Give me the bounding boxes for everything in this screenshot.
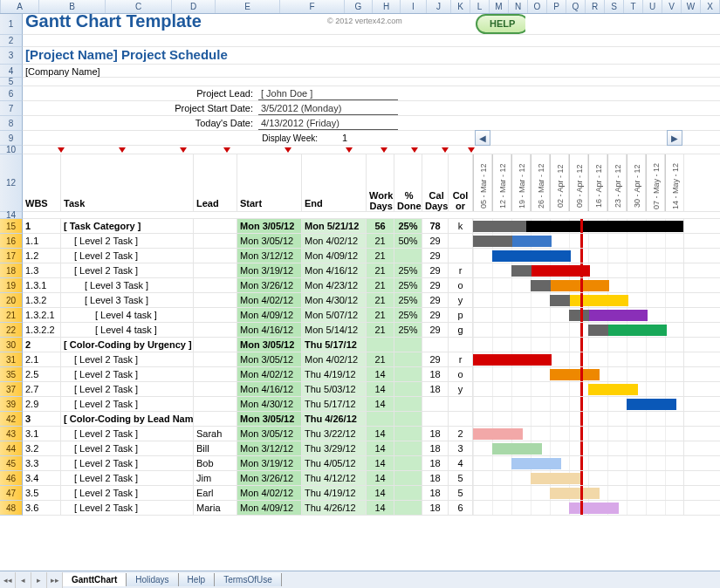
row-header[interactable]: 48 xyxy=(0,501,23,516)
row-header[interactable]: 47 xyxy=(0,486,23,501)
cell-caldays[interactable]: 18 xyxy=(422,427,449,441)
cell-caldays[interactable]: 18 xyxy=(422,441,449,455)
row-header[interactable]: 42 xyxy=(0,412,23,427)
gantt-bar[interactable] xyxy=(473,428,523,440)
cell-start[interactable]: Mon 3/05/12 xyxy=(237,219,302,233)
comment-marker-icon[interactable] xyxy=(285,147,291,153)
cell-workdays[interactable]: 14 xyxy=(367,501,394,515)
comment-marker-icon[interactable] xyxy=(411,147,418,153)
cell-start[interactable]: Mon 3/05/12 xyxy=(237,427,302,441)
gantt-bar[interactable] xyxy=(550,369,600,380)
cell-end[interactable]: Thu 5/03/12 xyxy=(302,382,367,396)
cell-pctdone[interactable] xyxy=(394,471,422,485)
cell-end[interactable]: Mon 5/07/12 xyxy=(302,308,367,322)
gantt-bar[interactable] xyxy=(492,443,542,455)
cell-wbs[interactable]: 2.9 xyxy=(23,397,61,411)
cell-lead[interactable]: Earl xyxy=(194,486,237,500)
cell-caldays[interactable]: 18 xyxy=(422,501,449,515)
row-header[interactable]: 20 xyxy=(0,293,23,308)
col-header-workdays[interactable]: Work Days xyxy=(367,154,394,211)
cell-wbs[interactable]: 3.4 xyxy=(23,471,61,485)
cell-wbs[interactable]: 3.6 xyxy=(23,501,61,515)
gantt-bar[interactable] xyxy=(473,236,552,247)
cell-workdays[interactable]: 14 xyxy=(367,427,394,441)
cell-caldays[interactable]: 29 xyxy=(422,278,449,292)
gantt-next-week-button[interactable]: ▶ xyxy=(667,130,682,146)
cell-caldays[interactable] xyxy=(422,397,449,411)
column-header-Q[interactable]: Q xyxy=(566,0,586,13)
cell-lead[interactable] xyxy=(194,308,237,322)
cell-color[interactable]: o xyxy=(449,278,473,292)
cell-pctdone[interactable] xyxy=(394,456,422,470)
cell-wbs[interactable]: 3.3 xyxy=(23,456,61,470)
comment-marker-icon[interactable] xyxy=(346,147,353,153)
cell-end[interactable]: Mon 5/14/12 xyxy=(302,323,367,337)
cell-lead[interactable]: Bob xyxy=(194,456,237,470)
cell-start[interactable]: Mon 4/16/12 xyxy=(237,382,302,396)
project-start-date-value[interactable]: 3/5/2012 (Monday) xyxy=(258,101,398,115)
column-header-V[interactable]: V xyxy=(662,0,682,13)
cell-task[interactable]: [ Level 2 Task ] xyxy=(61,501,194,515)
cell-pctdone[interactable]: 50% xyxy=(394,234,422,248)
today-date-value[interactable]: 4/13/2012 (Friday) xyxy=(258,116,398,130)
col-header-task[interactable]: Task xyxy=(61,154,194,211)
cell-lead[interactable] xyxy=(194,367,237,381)
cell-color[interactable] xyxy=(449,412,473,426)
row-header[interactable]: 16 xyxy=(0,234,23,249)
cell-lead[interactable] xyxy=(194,382,237,396)
cell-caldays[interactable]: 29 xyxy=(422,352,449,366)
column-header-K[interactable]: K xyxy=(451,0,470,13)
gantt-bar[interactable] xyxy=(531,473,580,484)
cell-start[interactable]: Mon 3/05/12 xyxy=(237,338,302,352)
cell-start[interactable]: Mon 4/02/12 xyxy=(237,486,302,500)
cell-workdays[interactable]: 21 xyxy=(367,308,394,322)
cell-end[interactable]: Mon 4/23/12 xyxy=(302,278,367,292)
cell-end[interactable]: Thu 3/29/12 xyxy=(302,441,367,455)
cell-task[interactable]: [ Level 2 Task ] xyxy=(61,234,194,248)
cell-caldays[interactable]: 18 xyxy=(422,471,449,485)
cell-pctdone[interactable] xyxy=(394,486,422,500)
cell-task[interactable]: [ Level 4 task ] xyxy=(61,308,194,322)
sheet-tab-ganttchart[interactable]: GanttChart xyxy=(63,573,127,586)
gantt-bar[interactable] xyxy=(473,221,684,232)
cell-workdays[interactable]: 14 xyxy=(367,456,394,470)
comment-marker-icon[interactable] xyxy=(468,147,475,153)
cell-task[interactable]: [ Level 2 Task ] xyxy=(61,397,194,411)
cell-lead[interactable]: Maria xyxy=(194,501,237,515)
row-header[interactable]: 31 xyxy=(0,352,23,367)
cell-color[interactable] xyxy=(449,234,473,248)
column-header-W[interactable]: W xyxy=(682,0,701,13)
gantt-bar[interactable] xyxy=(588,384,638,395)
cell-workdays[interactable] xyxy=(367,412,394,426)
cell-color[interactable]: g xyxy=(449,323,473,337)
cell-pctdone[interactable] xyxy=(394,412,422,426)
gantt-prev-week-button[interactable]: ◀ xyxy=(475,130,490,146)
gantt-bar[interactable] xyxy=(473,354,552,366)
column-header-B[interactable]: B xyxy=(39,0,106,13)
row-header[interactable]: 37 xyxy=(0,382,23,397)
cell-end[interactable]: Thu 4/26/12 xyxy=(302,412,367,426)
cell-start[interactable]: Mon 4/02/12 xyxy=(237,293,302,307)
column-header-O[interactable]: O xyxy=(528,0,547,13)
cell-color[interactable]: 2 xyxy=(449,427,473,441)
cell-task[interactable]: [ Level 4 task ] xyxy=(61,323,194,337)
cell-pctdone[interactable] xyxy=(394,367,422,381)
column-header-N[interactable]: N xyxy=(509,0,528,13)
column-header-S[interactable]: S xyxy=(605,0,624,13)
cell-workdays[interactable] xyxy=(367,338,394,352)
cell-pctdone[interactable] xyxy=(394,249,422,263)
cell-end[interactable]: Thu 4/26/12 xyxy=(302,501,367,515)
row-header[interactable]: 30 xyxy=(0,338,23,352)
cell-task[interactable]: [ Level 3 Task ] xyxy=(61,293,194,307)
cell-workdays[interactable]: 14 xyxy=(367,486,394,500)
col-header-lead[interactable]: Lead xyxy=(194,154,237,211)
cell-end[interactable]: Thu 4/19/12 xyxy=(302,486,367,500)
cell-workdays[interactable]: 56 xyxy=(367,219,394,233)
column-header-J[interactable]: J xyxy=(427,0,451,13)
sheet-tab-holidays[interactable]: Holidays xyxy=(127,573,178,586)
cell-color[interactable] xyxy=(449,338,473,352)
cell-lead[interactable]: Sarah xyxy=(194,427,237,441)
column-header-D[interactable]: D xyxy=(172,0,216,13)
cell-start[interactable]: Mon 4/30/12 xyxy=(237,397,302,411)
cell-lead[interactable]: Bill xyxy=(194,441,237,455)
